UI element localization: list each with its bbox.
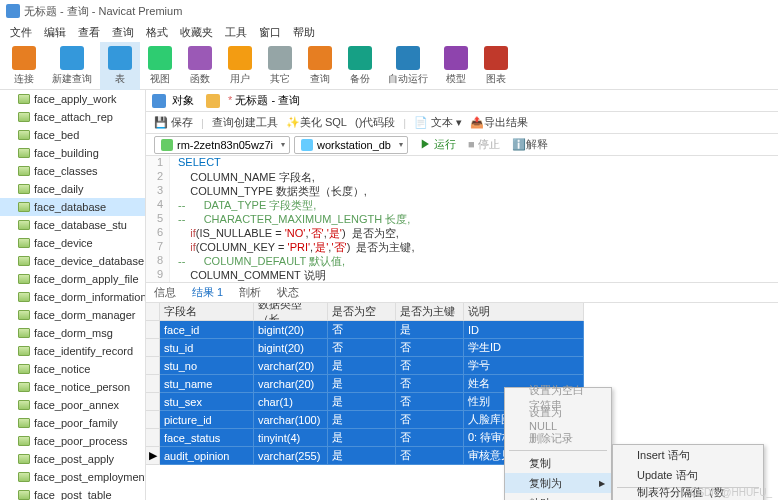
table-face_dorm_manager[interactable]: face_dorm_manager [0,306,145,324]
table-face_classes[interactable]: face_classes [0,162,145,180]
cell[interactable]: 是 [328,447,396,465]
table-face_attach_rep[interactable]: face_attach_rep [0,108,145,126]
cell[interactable]: 是 [328,393,396,411]
text-button[interactable]: 📄 文本 ▾ [414,115,462,130]
sql-editor[interactable]: 1SELECT2 COLUMN_NAME 字段名,3 COLUMN_TYPE 数… [146,156,778,283]
query-builder-button[interactable]: 查询创建工具 [212,115,278,130]
cell[interactable]: 是 [328,429,396,447]
cell[interactable]: bigint(20) [254,339,328,357]
cell[interactable]: varchar(20) [254,357,328,375]
save-button[interactable]: 💾 保存 [154,115,193,130]
result-tab-2[interactable]: 剖析 [239,285,261,300]
cell[interactable]: face_id [160,321,254,339]
cell[interactable]: varchar(255) [254,447,328,465]
toolbar-auto[interactable]: 自动运行 [380,42,436,90]
menu-格式[interactable]: 格式 [140,25,174,40]
table-face_bed[interactable]: face_bed [0,126,145,144]
menu-窗口[interactable]: 窗口 [253,25,287,40]
menu-文件[interactable]: 文件 [4,25,38,40]
explain-button[interactable]: ℹ️解释 [512,137,548,152]
col-header[interactable]: 说明 [464,303,584,321]
menu-item[interactable]: 复制 [505,453,611,473]
cell[interactable]: 否 [396,411,464,429]
table-face_poor_family[interactable]: face_poor_family [0,414,145,432]
cell[interactable]: 否 [396,375,464,393]
table-face_daily[interactable]: face_daily [0,180,145,198]
cell[interactable]: 否 [396,357,464,375]
cell[interactable]: 否 [328,339,396,357]
cell[interactable]: char(1) [254,393,328,411]
menu-item[interactable]: Update 语句 [613,465,763,485]
col-header[interactable]: 数据类型（长 [254,303,328,321]
result-tab-1[interactable]: 结果 1 [192,285,223,300]
table-face_post_apply[interactable]: face_post_apply [0,450,145,468]
cell[interactable]: varchar(20) [254,375,328,393]
table-face_notice[interactable]: face_notice [0,360,145,378]
beautify-button[interactable]: ✨美化 SQL [286,115,347,130]
table-face_device[interactable]: face_device [0,234,145,252]
menu-工具[interactable]: 工具 [219,25,253,40]
menu-查看[interactable]: 查看 [72,25,106,40]
toolbar-backup[interactable]: 备份 [340,42,380,90]
toolbar-table[interactable]: 表 [100,42,140,90]
toolbar-user[interactable]: 用户 [220,42,260,90]
result-tab-0[interactable]: 信息 [154,285,176,300]
cell[interactable]: 否 [328,321,396,339]
cell[interactable]: 是 [328,411,396,429]
cell[interactable]: ID [464,321,584,339]
cell[interactable]: 是 [328,357,396,375]
table-face_poor_process[interactable]: face_poor_process [0,432,145,450]
cell[interactable]: stu_no [160,357,254,375]
cell[interactable]: 学生ID [464,339,584,357]
toolbar-plug[interactable]: 连接 [4,42,44,90]
cell[interactable]: 学号 [464,357,584,375]
cell[interactable]: stu_name [160,375,254,393]
table-face_identify_record[interactable]: face_identify_record [0,342,145,360]
menu-查询[interactable]: 查询 [106,25,140,40]
cell[interactable]: face_status [160,429,254,447]
menu-收藏夹[interactable]: 收藏夹 [174,25,219,40]
server-dropdown[interactable]: rm-2zetn83n05wz7i [154,136,290,154]
table-face_post_table[interactable]: face_post_table [0,486,145,500]
table-face_building[interactable]: face_building [0,144,145,162]
toolbar-fx[interactable]: 函数 [180,42,220,90]
table-face_dorm_msg[interactable]: face_dorm_msg [0,324,145,342]
cell[interactable]: 是 [328,375,396,393]
table-face_dorm_information[interactable]: face_dorm_information [0,288,145,306]
table-face_dorm_apply_file[interactable]: face_dorm_apply_file [0,270,145,288]
table-face_apply_work[interactable]: face_apply_work [0,90,145,108]
cell[interactable]: stu_id [160,339,254,357]
menu-item[interactable]: 复制为▶ [505,473,611,493]
menu-item[interactable]: 粘贴 [505,493,611,500]
cell[interactable]: varchar(100) [254,411,328,429]
stop-button[interactable]: ■ 停止 [468,137,500,152]
db-dropdown[interactable]: workstation_db [294,136,408,154]
menu-编辑[interactable]: 编辑 [38,25,72,40]
cell[interactable]: 是 [396,321,464,339]
menu-item[interactable]: Insert 语句 [613,445,763,465]
run-button[interactable]: ▶ 运行 [420,137,456,152]
toolbar-model[interactable]: 模型 [436,42,476,90]
cell[interactable]: bigint(20) [254,321,328,339]
toolbar-other[interactable]: 其它 [260,42,300,90]
cell[interactable]: picture_id [160,411,254,429]
table-face_device_database[interactable]: face_device_database [0,252,145,270]
export-button[interactable]: 📤导出结果 [470,115,528,130]
table-face_database[interactable]: face_database [0,198,145,216]
cell[interactable]: tinyint(4) [254,429,328,447]
tab-object[interactable]: 对象 [172,93,194,108]
cell[interactable]: 否 [396,447,464,465]
col-header[interactable]: 是否为主键 [396,303,464,321]
table-face_post_employment[interactable]: face_post_employment [0,468,145,486]
toolbar-newq[interactable]: 新建查询 [44,42,100,90]
context-menu[interactable]: 设置为空白字符串设置为 NULL删除记录复制复制为▶粘贴显示▶ [504,387,612,500]
cell[interactable]: 否 [396,339,464,357]
code-snippet-button[interactable]: ()代码段 [355,115,395,130]
cell[interactable]: audit_opinion [160,447,254,465]
result-grid[interactable]: 字段名数据类型（长是否为空是否为主键说明face_idbigint(20)否是I… [146,303,778,465]
tab-query[interactable]: * 无标题 - 查询 [226,93,300,108]
table-face_poor_annex[interactable]: face_poor_annex [0,396,145,414]
toolbar-query[interactable]: 查询 [300,42,340,90]
menu-帮助[interactable]: 帮助 [287,25,321,40]
table-face_notice_person[interactable]: face_notice_person [0,378,145,396]
